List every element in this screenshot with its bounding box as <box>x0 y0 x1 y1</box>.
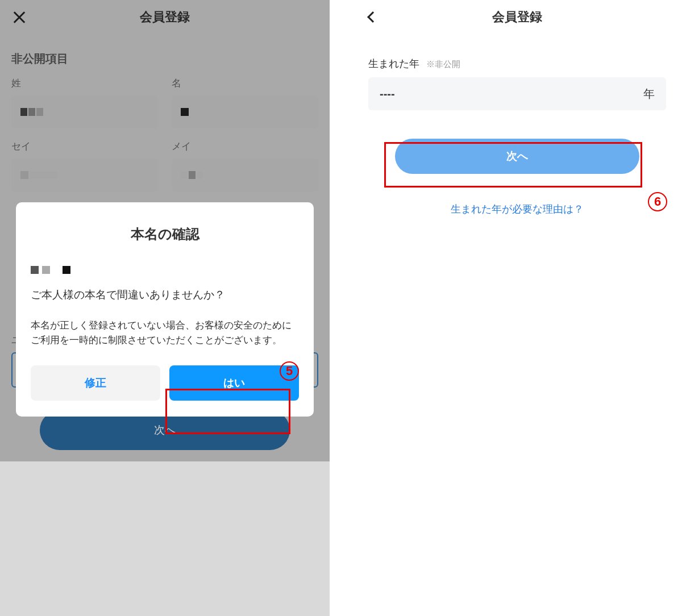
next-button-right[interactable]: 次へ <box>395 139 639 174</box>
left-screen: 会員登録 非公開項目 姓 名 <box>0 0 330 616</box>
back-icon[interactable] <box>364 9 380 25</box>
birth-year-label: 生まれた年 <box>368 58 419 69</box>
modal-title: 本名の確認 <box>31 225 299 243</box>
birth-year-input[interactable]: ---- 年 <box>368 77 666 110</box>
confirm-name-modal: 本名の確認 ご本人様の本名で間違いありませんか？ 本名が正しく登録されていない場… <box>16 202 314 417</box>
modal-description: 本名が正しく登録されていない場合、お客様の安全のためにご利用を一時的に制限させて… <box>31 318 299 348</box>
modal-question: ご本人様の本名で間違いありませんか？ <box>31 288 299 302</box>
birth-year-form: 生まれた年 ※非公開 ---- 年 次へ 生まれた年が必要な理由は？ <box>352 34 682 216</box>
birth-reason-link[interactable]: 生まれた年が必要な理由は？ <box>352 202 682 216</box>
modal-displayed-name <box>31 266 299 274</box>
birth-label-row: 生まれた年 ※非公開 <box>352 57 682 70</box>
header-right: 会員登録 <box>352 0 682 34</box>
birth-year-unit: 年 <box>643 86 655 102</box>
birth-year-value: ---- <box>380 88 395 101</box>
modal-edit-button[interactable]: 修正 <box>31 365 160 401</box>
modal-yes-button[interactable]: はい <box>169 365 299 401</box>
birth-year-hint: ※非公開 <box>426 59 460 69</box>
right-screen: 会員登録 生まれた年 ※非公開 ---- 年 次へ 生まれた年が必要な理由は？ … <box>352 0 682 616</box>
modal-button-row: 修正 はい <box>31 365 299 401</box>
page-title-right: 会員登録 <box>492 9 542 26</box>
